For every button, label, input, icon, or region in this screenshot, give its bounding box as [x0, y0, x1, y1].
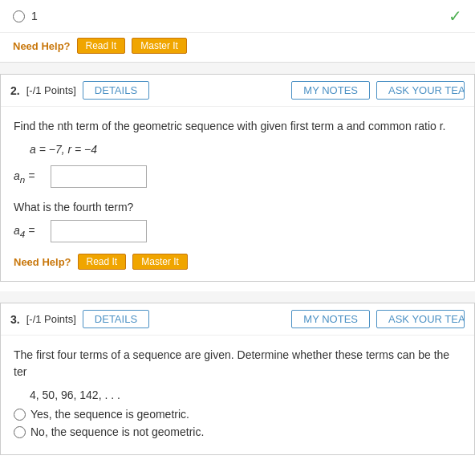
question-2-body: Find the nth term of the geometric seque…	[1, 107, 474, 281]
section-separator-2	[0, 291, 475, 303]
question-2-my-notes-button[interactable]: MY NOTES	[291, 81, 370, 100]
question-2-points: [-/1 Points]	[26, 84, 76, 96]
question-3-option-yes: Yes, the sequence is geometric.	[14, 408, 461, 421]
top-number: 1	[31, 10, 38, 22]
question-3-body: The first four terms of a sequence are g…	[1, 336, 474, 454]
top-need-help-row: Need Help? Read It Master It	[0, 33, 475, 63]
question-2-block: 2. [-/1 Points] DETAILS MY NOTES ASK YOU…	[0, 74, 475, 282]
question-3-my-notes-button[interactable]: MY NOTES	[291, 310, 370, 328]
question-3-yes-label: Yes, the sequence is geometric.	[30, 408, 189, 421]
question-2-a4-row: a4 =	[14, 220, 461, 242]
radio-yes-circle	[14, 409, 26, 421]
question-3-no-label: No, the sequence is not geometric.	[30, 425, 204, 438]
question-2-instruction: Find the nth term of the geometric seque…	[14, 118, 461, 135]
question-2-master-it-button[interactable]: Master It	[132, 254, 188, 270]
question-2-need-help-label: Need Help?	[14, 256, 71, 268]
question-3-sequence: 4, 50, 96, 142, . . .	[30, 389, 461, 401]
radio-no-circle	[14, 426, 26, 438]
question-2-header: 2. [-/1 Points] DETAILS MY NOTES ASK YOU…	[1, 75, 474, 107]
question-3-instruction: The first four terms of a sequence are g…	[14, 347, 461, 380]
top-read-it-button[interactable]: Read It	[77, 38, 126, 54]
question-2-a4-input[interactable]	[51, 220, 147, 242]
question-3-block: 3. [-/1 Points] DETAILS MY NOTES ASK YOU…	[0, 303, 475, 455]
question-2-need-help-row: Need Help? Read It Master It	[14, 254, 461, 270]
radio-circle-top	[13, 10, 25, 22]
section-separator-1	[0, 63, 475, 74]
top-master-it-button[interactable]: Master It	[132, 38, 187, 54]
question-3-ask-teacher-button[interactable]: ASK YOUR TEA	[376, 310, 465, 328]
top-need-help-label: Need Help?	[13, 40, 71, 52]
question-2-sub-question: What is the fourth term?	[14, 201, 461, 214]
question-3-option-no: No, the sequence is not geometric.	[14, 425, 461, 438]
checkmark-icon: ✓	[449, 6, 462, 26]
question-2-details-button[interactable]: DETAILS	[83, 81, 149, 100]
question-2-read-it-button[interactable]: Read It	[78, 254, 127, 270]
question-2-a4-label: a4 =	[14, 224, 46, 239]
question-3-radio-group: Yes, the sequence is geometric. No, the …	[14, 408, 461, 438]
question-3-points: [-/1 Points]	[26, 313, 76, 325]
question-3-header: 3. [-/1 Points] DETAILS MY NOTES ASK YOU…	[1, 303, 474, 336]
question-2-number: 2.	[10, 84, 20, 97]
question-3-number: 3.	[10, 313, 20, 326]
question-2-an-label: an =	[14, 169, 46, 185]
top-partial-section: 1 ✓	[0, 0, 475, 33]
question-2-an-row: an =	[14, 165, 461, 188]
question-2-given: a = −7, r = −4	[30, 143, 461, 156]
question-3-details-button[interactable]: DETAILS	[83, 310, 149, 328]
question-2-ask-teacher-button[interactable]: ASK YOUR TEA	[376, 81, 465, 100]
question-2-an-input[interactable]	[51, 165, 147, 188]
